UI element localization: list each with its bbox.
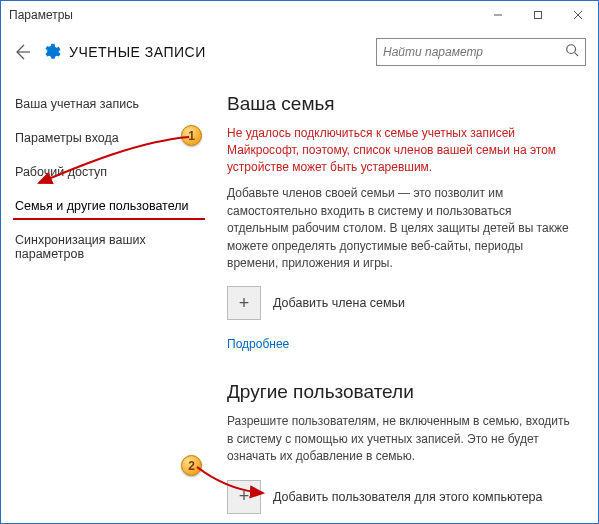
gear-icon — [39, 40, 63, 64]
search-icon — [565, 43, 579, 61]
sidebar-item-signin-options[interactable]: Параметры входа — [1, 121, 211, 155]
plus-icon: + — [227, 286, 261, 320]
sidebar-item-work-access[interactable]: Рабочий доступ — [1, 155, 211, 189]
minimize-button[interactable] — [478, 1, 518, 29]
main-panel: Ваша семья Не удалось подключиться к сем… — [211, 79, 598, 524]
other-users-description: Разрешите пользователям, не включенным в… — [227, 413, 570, 465]
sidebar-item-family-other-users[interactable]: Семья и другие пользователи — [1, 189, 211, 223]
sidebar: Ваша учетная запись Параметры входа Рабо… — [1, 79, 211, 524]
section-title: УЧЕТНЫЕ ЗАПИСИ — [69, 44, 376, 60]
family-error-text: Не удалось подключиться к семье учетных … — [227, 125, 570, 175]
svg-line-6 — [575, 53, 579, 57]
topbar: УЧЕТНЫЕ ЗАПИСИ — [1, 29, 598, 79]
add-other-user-button[interactable]: + Добавить пользователя для этого компью… — [227, 480, 570, 514]
search-input[interactable] — [383, 45, 565, 59]
family-heading: Ваша семья — [227, 93, 570, 115]
close-button[interactable] — [558, 1, 598, 29]
annotation-badge-2: 2 — [181, 455, 202, 476]
sidebar-item-your-account[interactable]: Ваша учетная запись — [1, 87, 211, 121]
add-family-member-button[interactable]: + Добавить члена семьи — [227, 286, 570, 320]
svg-point-5 — [567, 45, 576, 54]
svg-rect-1 — [535, 12, 542, 19]
arrow-left-icon — [12, 42, 32, 62]
more-link[interactable]: Подробнее — [227, 337, 289, 351]
annotation-badge-1: 1 — [181, 125, 202, 146]
add-other-user-label: Добавить пользователя для этого компьюте… — [273, 490, 543, 504]
search-box[interactable] — [376, 38, 586, 66]
window-title: Параметры — [9, 8, 478, 22]
maximize-button[interactable] — [518, 1, 558, 29]
other-users-heading: Другие пользователи — [227, 381, 570, 403]
add-family-label: Добавить члена семьи — [273, 296, 405, 310]
plus-icon: + — [227, 480, 261, 514]
titlebar: Параметры — [1, 1, 598, 29]
sidebar-item-sync-settings[interactable]: Синхронизация ваших параметров — [1, 223, 211, 271]
back-button[interactable] — [5, 35, 39, 69]
family-description: Добавьте членов своей семьи — это позвол… — [227, 185, 570, 272]
